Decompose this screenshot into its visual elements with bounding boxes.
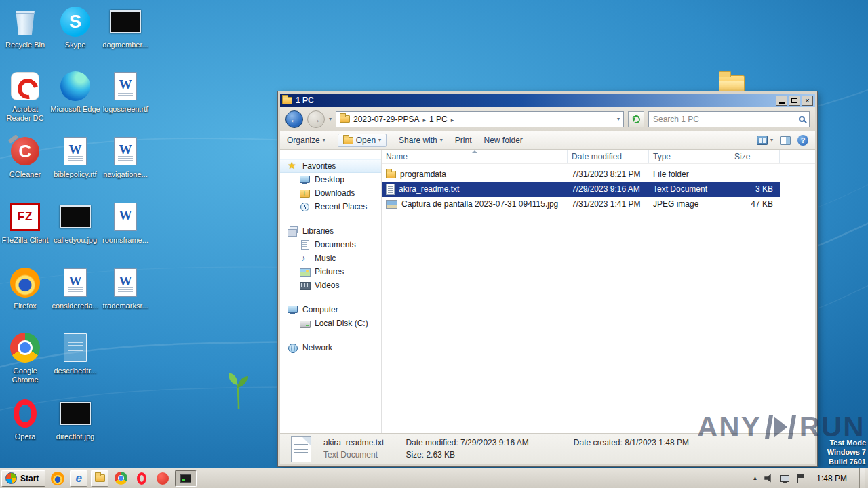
maximize-button[interactable] (789, 96, 800, 106)
preview-pane-button[interactable] (780, 136, 791, 145)
type-cell: File folder (649, 169, 730, 179)
desktop-icon-label: navigatione... (103, 170, 147, 179)
action-center-flag-icon[interactable] (796, 474, 804, 483)
organize-button[interactable]: Organize▾ (287, 136, 326, 145)
open-button[interactable]: Open▾ (338, 134, 387, 147)
search-box[interactable] (648, 111, 810, 127)
taskbar-active-window-button[interactable] (175, 470, 197, 487)
file-name-cell: akira_readme.txt (382, 184, 568, 195)
history-dropdown-icon[interactable]: ▾ (329, 117, 332, 122)
refresh-button[interactable] (628, 111, 644, 127)
sidebar-item-network[interactable]: Network (280, 341, 381, 354)
search-input[interactable] (653, 115, 796, 124)
window-controls: × (776, 96, 813, 106)
ccleaner-icon (11, 135, 39, 167)
file-row-programdata[interactable]: programdata 7/31/2023 8:21 PM File folde… (382, 167, 780, 182)
desktop-icon-filezilla[interactable]: FileZilla Client (0, 201, 50, 245)
change-view-button[interactable]: ▾ (757, 136, 773, 145)
column-header-date-modified[interactable]: Date modified (568, 150, 649, 163)
close-button[interactable]: × (802, 96, 813, 106)
back-button[interactable]: ← (285, 110, 303, 128)
show-hidden-icons-button[interactable] (752, 475, 757, 481)
breadcrumb-item[interactable]: 1 PC (429, 115, 448, 124)
music-note-icon (299, 253, 311, 264)
start-button[interactable]: Start (1, 470, 45, 487)
taskbar-clock[interactable]: 1:48 PM (811, 474, 852, 483)
desktop-icon-calledyou[interactable]: calledyou.jpg (50, 201, 100, 245)
volume-icon[interactable] (764, 474, 773, 483)
desktop-icon-opera[interactable]: Opera (0, 397, 50, 441)
desktop-icon-dogmember[interactable]: dogmember... (100, 5, 151, 49)
file-row-captura[interactable]: Captura de pantalla 2023-07-31 094115.jp… (382, 197, 780, 211)
desktop-icon-skype[interactable]: Skype (50, 5, 100, 49)
taskbar-explorer-button[interactable] (91, 470, 108, 487)
file-row-akira-readme[interactable]: akira_readme.txt 7/29/2023 9:16 AM Text … (382, 182, 780, 197)
sidebar-item-desktop[interactable]: Desktop (280, 173, 381, 186)
desktop-icon-chrome[interactable]: Google Chrome (0, 331, 50, 384)
search-icon[interactable] (799, 116, 805, 122)
breadcrumb-separator-icon[interactable] (451, 115, 454, 124)
show-desktop-button[interactable] (859, 468, 865, 488)
desktop-icon-directlot[interactable]: directlot.jpg (50, 397, 100, 441)
desktop-icon-acrobat[interactable]: Acrobat Reader DC (0, 70, 50, 123)
desktop-icon-label: Recycle Bin (5, 41, 45, 49)
recycle-bin-icon (15, 5, 35, 38)
type-cell: JPEG image (649, 199, 730, 209)
desktop-icon-recycle-bin[interactable]: Recycle Bin (0, 5, 50, 49)
help-button[interactable] (797, 135, 808, 146)
address-dropdown-icon[interactable]: ▾ (617, 117, 620, 122)
network-icon[interactable] (780, 475, 789, 482)
desktop-icon-firefox[interactable]: Firefox (0, 266, 50, 310)
sidebar-item-videos[interactable]: Videos (280, 279, 381, 292)
sidebar-item-documents[interactable]: Documents (280, 238, 381, 251)
address-bar[interactable]: 2023-07-29-PPSA 1 PC ▾ (336, 111, 624, 127)
breadcrumb-item[interactable]: 2023-07-29-PPSA (353, 115, 419, 124)
desktop-icon-ccleaner[interactable]: CCleaner (0, 135, 50, 179)
window-titlebar[interactable]: 1 PC × (280, 94, 815, 107)
minimize-button[interactable] (776, 96, 787, 106)
taskbar-chrome-button[interactable] (112, 470, 130, 487)
word-document-icon (114, 201, 137, 233)
notification-area: 1:48 PM (752, 468, 868, 488)
desktop-icon-label: Microsoft Edge (50, 105, 100, 114)
taskbar-internet-explorer-button[interactable] (70, 470, 87, 487)
sidebar-item-recent-places[interactable]: Recent Places (280, 200, 381, 214)
desktop-icon-edge[interactable]: Microsoft Edge (50, 70, 100, 114)
desktop-icon-described[interactable]: describedtr... (50, 331, 100, 375)
sidebar-item-favorites[interactable]: Favorites (280, 159, 381, 173)
column-header-name[interactable]: Name (382, 150, 568, 163)
sidebar-item-computer[interactable]: Computer (280, 303, 381, 317)
sidebar-item-pictures[interactable]: Pictures (280, 265, 381, 279)
taskbar-opera-button[interactable] (133, 470, 151, 487)
file-rows: programdata 7/31/2023 8:21 PM File folde… (382, 164, 815, 433)
desktop-icon-trademarksr[interactable]: trademarksr... (100, 266, 151, 310)
breadcrumb-separator-icon[interactable] (422, 115, 426, 124)
desktop-icon-label: roomsframe... (102, 236, 149, 245)
sidebar-item-downloads[interactable]: Downloads (280, 186, 381, 200)
details-filetype: Text Document (323, 450, 384, 460)
share-with-button[interactable]: Share with▾ (399, 136, 443, 145)
type-cell: Text Document (649, 184, 730, 194)
filezilla-icon (10, 201, 40, 233)
file-name-cell: programdata (382, 169, 568, 179)
desktop-icon-biblepolicy[interactable]: biblepolicy.rtf (50, 135, 100, 179)
new-folder-button[interactable]: New folder (484, 136, 523, 145)
taskbar-firefox-button[interactable] (49, 470, 66, 487)
sidebar-item-music[interactable]: Music (280, 251, 381, 265)
desktop-icon-roomsframe[interactable]: roomsframe... (100, 201, 151, 245)
column-header-type[interactable]: Type (649, 150, 730, 163)
desktop-icon-considered[interactable]: considereda... (50, 266, 100, 310)
forward-button[interactable]: → (307, 110, 325, 128)
sidebar-item-libraries[interactable]: Libraries (280, 224, 381, 238)
date-modified-cell: 7/29/2023 9:16 AM (568, 184, 649, 194)
network-globe-icon (287, 342, 298, 353)
address-folder-icon (340, 115, 350, 123)
column-header-size[interactable]: Size (730, 150, 780, 163)
opera-icon (14, 397, 37, 430)
desktop-icon-label: FileZilla Client (1, 236, 48, 245)
desktop-icon-logoscreen[interactable]: logoscreen.rtf (100, 70, 151, 114)
sidebar-item-local-disk-c[interactable]: Local Disk (C:) (280, 317, 381, 330)
taskbar-app-button[interactable] (154, 470, 172, 487)
print-button[interactable]: Print (455, 136, 472, 145)
desktop-icon-navigatione[interactable]: navigatione... (100, 135, 151, 179)
